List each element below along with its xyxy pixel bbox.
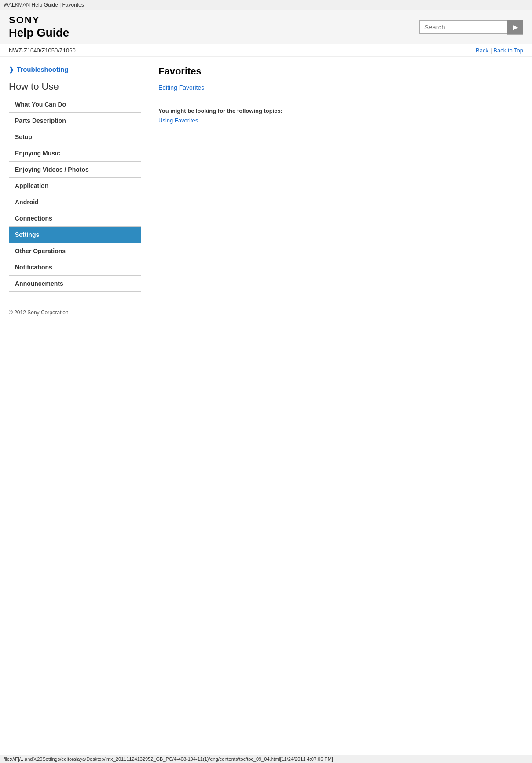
content-divider — [158, 100, 523, 100]
sidebar-item-application[interactable]: Application — [9, 178, 141, 194]
sidebar-item-label: Settings — [15, 231, 39, 238]
browser-title: WALKMAN Help Guide | Favorites — [0, 0, 532, 10]
troubleshooting-label: Troubleshooting — [17, 66, 69, 73]
sidebar-item-enjoying-music[interactable]: Enjoying Music — [9, 145, 141, 162]
sony-logo: SONY — [9, 15, 69, 26]
sidebar-item-label: Parts Description — [15, 117, 66, 124]
nav-bar: NWZ-Z1040/Z1050/Z1060 Back | Back to Top — [0, 44, 532, 57]
sidebar-item-other-operations[interactable]: Other Operations — [9, 243, 141, 259]
sidebar-item-label: Announcements — [15, 280, 63, 287]
sidebar-item-label: Android — [15, 199, 39, 206]
chevron-right-icon: ❯ — [9, 66, 14, 73]
using-favorites-link[interactable]: Using Favorites — [158, 117, 198, 124]
sidebar-item-connections[interactable]: Connections — [9, 210, 141, 227]
back-to-top-link[interactable]: Back to Top — [493, 47, 523, 54]
sidebar-item-android[interactable]: Android — [9, 194, 141, 210]
search-button[interactable]: ▶ — [507, 20, 523, 35]
footer: © 2012 Sony Corporation — [0, 301, 532, 324]
page-title: Favorites — [158, 66, 523, 77]
sidebar-item-label: Connections — [15, 215, 52, 222]
back-link[interactable]: Back — [476, 47, 488, 54]
content-area: Favorites Editing Favorites You might be… — [141, 66, 523, 292]
device-model: NWZ-Z1040/Z1050/Z1060 — [9, 47, 76, 54]
sidebar-item-label: Other Operations — [15, 247, 66, 254]
search-icon: ▶ — [513, 23, 518, 31]
header: SONY Help Guide ▶ — [0, 10, 532, 44]
sidebar-item-announcements[interactable]: Announcements — [9, 276, 141, 292]
search-input[interactable] — [419, 20, 507, 34]
how-to-use-heading: How to Use — [9, 81, 141, 92]
sidebar-item-label: Setup — [15, 133, 32, 140]
sidebar-item-settings[interactable]: Settings — [9, 227, 141, 243]
copyright-text: © 2012 Sony Corporation — [9, 310, 69, 316]
logo-area: SONY Help Guide — [9, 15, 69, 40]
sidebar-item-label: What You Can Do — [15, 101, 66, 108]
main-content: ❯ Troubleshooting How to Use What You Ca… — [0, 57, 532, 301]
editing-favorites-link[interactable]: Editing Favorites — [158, 84, 523, 91]
sidebar-item-notifications[interactable]: Notifications — [9, 259, 141, 276]
related-topics-label: You might be looking for the following t… — [158, 107, 523, 114]
help-guide-title: Help Guide — [9, 26, 69, 40]
sidebar-item-label: Application — [15, 182, 48, 189]
sidebar-item-what-you-can-do[interactable]: What You Can Do — [9, 96, 141, 113]
content-bottom-divider — [158, 131, 523, 131]
sidebar-item-enjoying-videos-photos[interactable]: Enjoying Videos / Photos — [9, 162, 141, 178]
sidebar-item-label: Notifications — [15, 264, 52, 271]
sidebar: ❯ Troubleshooting How to Use What You Ca… — [9, 66, 141, 292]
troubleshooting-link[interactable]: ❯ Troubleshooting — [9, 66, 141, 73]
sidebar-item-parts-description[interactable]: Parts Description — [9, 113, 141, 129]
sidebar-item-label: Enjoying Videos / Photos — [15, 166, 89, 173]
nav-separator: | — [490, 47, 492, 54]
search-area: ▶ — [419, 20, 523, 35]
sidebar-item-setup[interactable]: Setup — [9, 129, 141, 145]
browser-title-text: WALKMAN Help Guide | Favorites — [4, 2, 84, 8]
sidebar-item-label: Enjoying Music — [15, 150, 60, 157]
nav-links: Back | Back to Top — [476, 47, 523, 54]
